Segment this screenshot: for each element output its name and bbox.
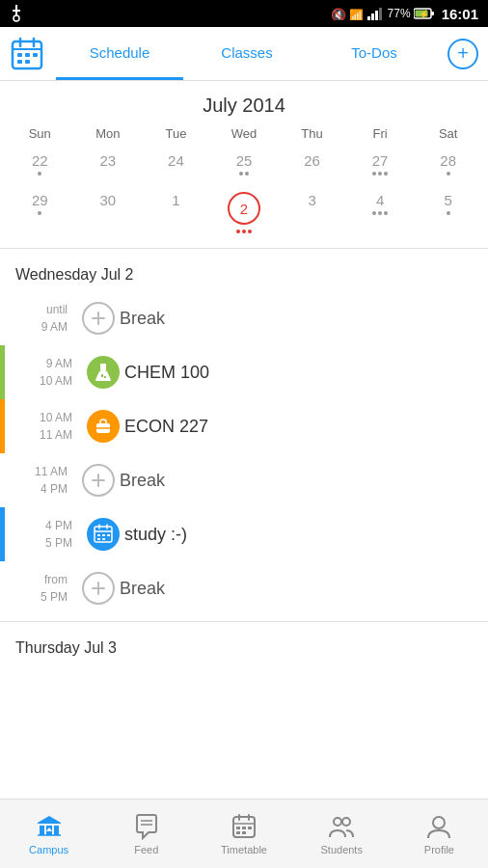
econ-icon [87,410,120,443]
icon-col-chem100 [82,356,124,389]
time-to-break1: 9 AM [12,318,68,336]
nav-timetable[interactable]: Timetable [195,800,292,868]
cal-date-22[interactable]: 22 [6,145,74,184]
time-to-chem100: 10 AM [16,372,72,390]
svg-rect-55 [236,831,240,834]
feed-icon [133,813,160,840]
nav-feed-label: Feed [134,844,158,855]
icon-col-econ227 [82,410,124,443]
cal-date-24[interactable]: 24 [142,145,210,184]
add-break3-icon[interactable] [82,572,115,605]
day-fri: Fri [346,122,415,145]
time-to-study: 5 PM [16,534,72,552]
schedule-item-econ227[interactable]: 10 AM 11 AM ECON 227 [0,399,488,453]
svg-rect-53 [242,827,246,829]
nav-students-label: Students [321,844,363,855]
cal-date-1[interactable]: 1 [142,184,210,242]
cal-date-5[interactable]: 5 [414,184,482,242]
svg-rect-8 [379,8,382,20]
event-name-break2: Break [120,471,476,491]
svg-rect-35 [97,534,100,536]
day-wed: Wed [210,122,279,145]
time-col-econ227: 10 AM 11 AM [16,409,82,444]
svg-rect-21 [25,60,30,64]
flask-icon [94,363,113,382]
wednesday-heading: Wednesday Jul 2 [0,255,488,291]
svg-rect-5 [367,16,370,20]
cal-date-28[interactable]: 28 [414,145,482,184]
status-bar: 🔇 📶 77% ⚡ 16:01 [0,0,488,27]
calendar-title: July 2014 [0,81,488,122]
nav-students[interactable]: Students [293,800,391,868]
schedule-item-break3[interactable]: from 5 PM Break [0,561,488,615]
timetable-icon [230,813,258,840]
cal-date-29[interactable]: 29 [6,184,74,242]
time-to-break2: 4 PM [12,480,68,498]
schedule-item-break1[interactable]: until 9 AM Break [0,291,488,345]
thursday-section: Thursday Jul 3 [0,628,488,665]
battery-icon: ⚡ [414,7,435,20]
nav-feed[interactable]: Feed [97,800,195,868]
icon-col-break2 [77,464,120,497]
nav-campus[interactable]: Campus [0,800,97,868]
svg-rect-54 [248,827,252,829]
battery-text: 77% [388,7,411,20]
cal-date-26[interactable]: 26 [278,145,346,184]
svg-rect-26 [104,376,106,378]
status-icons: 🔇 📶 77% ⚡ 16:01 [331,6,478,22]
nav-tabs: Schedule Classes To-Dos [56,27,438,80]
cal-date-4[interactable]: 4 [346,184,415,242]
plus-icon-break2 [91,473,106,488]
day-sun: Sun [6,122,74,145]
status-bar-left [10,5,23,22]
schedule-list: until 9 AM Break 9 AM 10 A [0,291,488,615]
cal-date-30[interactable]: 30 [74,184,143,242]
time-from-break1: until [12,301,68,318]
study-icon [87,518,120,551]
svg-text:📶: 📶 [349,8,364,20]
event-name-break1: Break [120,309,476,329]
time-from-chem100: 9 AM [16,355,72,372]
add-break1-icon[interactable] [82,302,115,335]
svg-rect-25 [101,374,103,377]
calendar-study-icon [93,524,114,545]
campus-icon [36,813,63,840]
cal-date-23[interactable]: 23 [74,145,143,184]
svg-rect-39 [102,538,105,540]
nav-profile[interactable]: Profile [391,800,488,868]
time-col-break3: from 5 PM [12,571,77,606]
add-button[interactable]: + [447,39,478,69]
tab-classes[interactable]: Classes [183,27,311,80]
cal-date-27[interactable]: 27 [346,145,415,184]
wifi-icon: 📶 [349,7,365,20]
schedule-item-break2[interactable]: 11 AM 4 PM Break [0,453,488,507]
status-time: 16:01 [442,6,478,22]
cal-date-25[interactable]: 25 [210,145,279,184]
tab-schedule[interactable]: Schedule [56,27,183,80]
svg-rect-10 [431,12,434,15]
svg-point-59 [433,817,445,828]
calendar: July 2014 Sun Mon Tue Wed Thu Fri Sat 22… [0,81,488,242]
svg-rect-24 [100,364,106,371]
students-icon [328,813,355,840]
tab-todos[interactable]: To-Dos [311,27,438,80]
time-col-break2: 11 AM 4 PM [12,463,77,498]
time-from-break2: 11 AM [12,463,68,480]
schedule-item-study[interactable]: 4 PM 5 PM [0,507,488,561]
svg-rect-42 [40,826,44,835]
schedule-item-chem100[interactable]: 9 AM 10 AM CHEM 100 [0,345,488,399]
main-content: July 2014 Sun Mon Tue Wed Thu Fri Sat 22… [0,81,488,742]
mute-icon: 🔇 [331,7,346,20]
wednesday-section: Wednesday Jul 2 until 9 AM Break [0,255,488,615]
chem-icon [87,356,120,389]
calendar-days-header: Sun Mon Tue Wed Thu Fri Sat [0,122,488,145]
thursday-heading: Thursday Jul 3 [0,628,488,665]
cal-date-2-active[interactable]: 2 [210,184,279,242]
time-col-break1: until 9 AM [12,301,77,336]
add-break2-icon[interactable] [82,464,115,497]
divider-2 [0,621,488,622]
svg-rect-6 [371,14,374,20]
time-from-econ227: 10 AM [16,409,72,426]
cal-date-3[interactable]: 3 [278,184,346,242]
time-to-econ227: 11 AM [16,426,72,444]
